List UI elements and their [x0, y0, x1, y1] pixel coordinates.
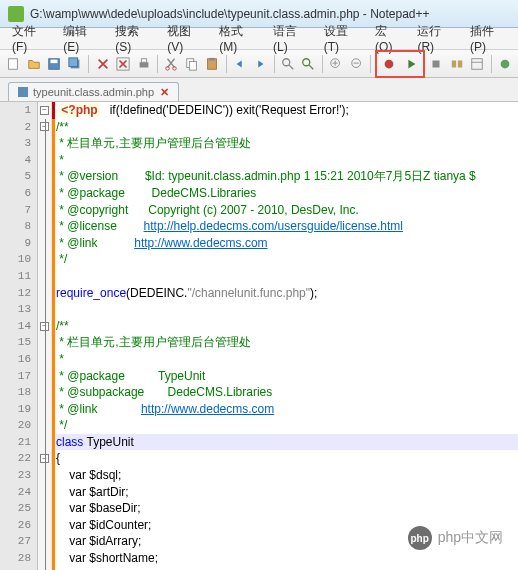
- svg-rect-6: [139, 62, 148, 67]
- line-number: 3: [0, 135, 37, 152]
- code-line: */: [56, 417, 518, 434]
- play-macro-button[interactable]: [401, 54, 421, 74]
- line-number: 2: [0, 119, 37, 136]
- paste-button[interactable]: [203, 54, 222, 74]
- line-number: 6: [0, 185, 37, 202]
- window-title: G:\wamp\www\dede\uploads\include\typeuni…: [30, 7, 430, 21]
- line-number: 14: [0, 318, 37, 335]
- menu-view[interactable]: 视图(V): [159, 21, 211, 56]
- svg-rect-13: [210, 57, 215, 60]
- svg-point-18: [384, 59, 393, 68]
- menu-plugins[interactable]: 插件(P): [462, 21, 514, 56]
- line-number: 11: [0, 268, 37, 285]
- line-number: 4: [0, 152, 37, 169]
- menu-edit[interactable]: 编辑(E): [55, 21, 107, 56]
- code-line: */: [56, 251, 518, 268]
- line-number: 17: [0, 368, 37, 385]
- svg-rect-7: [141, 58, 146, 62]
- fold-gutter: − − − −: [38, 102, 52, 570]
- code-area[interactable]: <?php if(!defined('DEDEINC')) exit('Requ…: [52, 102, 518, 570]
- copy-button[interactable]: [182, 54, 201, 74]
- code-line: [56, 268, 518, 285]
- menu-format[interactable]: 格式(M): [211, 21, 265, 56]
- zoom-in-button[interactable]: [327, 54, 346, 74]
- watermark-text: php中文网: [438, 529, 503, 547]
- find-button[interactable]: [279, 54, 298, 74]
- code-line: * @package TypeUnit: [56, 368, 518, 385]
- cut-button[interactable]: [162, 54, 181, 74]
- close-all-button[interactable]: [114, 54, 133, 74]
- file-icon: [17, 86, 29, 98]
- code-line: class TypeUnit: [56, 434, 518, 451]
- svg-point-23: [500, 59, 509, 68]
- save-button[interactable]: [45, 54, 64, 74]
- code-line: * @subpackage DedeCMS.Libraries: [56, 384, 518, 401]
- redo-button[interactable]: [251, 54, 270, 74]
- line-number: 24: [0, 484, 37, 501]
- svg-rect-11: [189, 61, 196, 70]
- toolbar-sep: [370, 55, 371, 73]
- code-line: * @version $Id: typeunit.class.admin.php…: [56, 168, 518, 185]
- code-line: /**: [56, 119, 518, 136]
- replace-button[interactable]: [299, 54, 318, 74]
- menu-search[interactable]: 搜索(S): [107, 21, 159, 56]
- open-file-button[interactable]: [25, 54, 44, 74]
- line-number: 21: [0, 434, 37, 451]
- tabbar: typeunit.class.admin.php ✕: [0, 78, 518, 102]
- svg-rect-22: [472, 58, 483, 69]
- tool-button[interactable]: [427, 54, 446, 74]
- undo-button[interactable]: [231, 54, 250, 74]
- code-line: require_once(DEDEINC."/channelunit.func.…: [56, 285, 518, 302]
- tab-close-icon[interactable]: ✕: [158, 86, 170, 98]
- save-all-button[interactable]: [66, 54, 85, 74]
- line-number: 15: [0, 334, 37, 351]
- code-line: * 栏目单元,主要用户管理后台管理处: [56, 135, 518, 152]
- menu-settings[interactable]: 设置(T): [316, 21, 367, 56]
- file-tab[interactable]: typeunit.class.admin.php ✕: [8, 82, 179, 101]
- svg-point-15: [303, 58, 310, 65]
- code-line: {: [56, 450, 518, 467]
- fold-toggle[interactable]: −: [40, 106, 49, 115]
- highlighted-tools: [375, 50, 425, 78]
- line-number: 7: [0, 202, 37, 219]
- toolbar-sep: [226, 55, 227, 73]
- toolbar-sep: [322, 55, 323, 73]
- line-number: 26: [0, 517, 37, 534]
- svg-rect-4: [69, 57, 78, 66]
- code-line: *: [56, 351, 518, 368]
- code-line: <?php if(!defined('DEDEINC')) exit('Requ…: [56, 102, 518, 119]
- tool-button[interactable]: [468, 54, 487, 74]
- line-number: 5: [0, 168, 37, 185]
- close-button[interactable]: [93, 54, 112, 74]
- new-file-button[interactable]: [4, 54, 23, 74]
- code-line: * @package DedeCMS.Libraries: [56, 185, 518, 202]
- line-number: 8: [0, 218, 37, 235]
- toolbar-sep: [88, 55, 89, 73]
- editor: 1 2 3 4 5 6 7 8 9 10 11 12 13 14 15 16 1…: [0, 102, 518, 570]
- menubar: 文件(F) 编辑(E) 搜索(S) 视图(V) 格式(M) 语言(L) 设置(T…: [0, 28, 518, 50]
- line-number: 1: [0, 102, 37, 119]
- line-number: 23: [0, 467, 37, 484]
- line-number: 22: [0, 450, 37, 467]
- change-marker: [52, 119, 55, 570]
- app-icon: [8, 6, 24, 22]
- change-marker: [52, 102, 55, 119]
- menu-language[interactable]: 语言(L): [265, 21, 316, 56]
- tool-button[interactable]: [447, 54, 466, 74]
- code-line: * @link http://www.dedecms.com: [56, 235, 518, 252]
- line-number: 27: [0, 533, 37, 550]
- line-number: 10: [0, 251, 37, 268]
- svg-rect-20: [451, 60, 455, 67]
- code-line: * 栏目单元,主要用户管理后台管理处: [56, 334, 518, 351]
- code-line: * @license http://help.dedecms.com/users…: [56, 218, 518, 235]
- menu-file[interactable]: 文件(F): [4, 21, 55, 56]
- toolbar-sep: [274, 55, 275, 73]
- zoom-out-button[interactable]: [347, 54, 366, 74]
- line-number: 9: [0, 235, 37, 252]
- print-button[interactable]: [134, 54, 153, 74]
- code-line: *: [56, 152, 518, 169]
- toolbar-sep: [491, 55, 492, 73]
- record-macro-button[interactable]: [379, 54, 399, 74]
- tool-button[interactable]: [495, 54, 514, 74]
- svg-rect-21: [458, 60, 462, 67]
